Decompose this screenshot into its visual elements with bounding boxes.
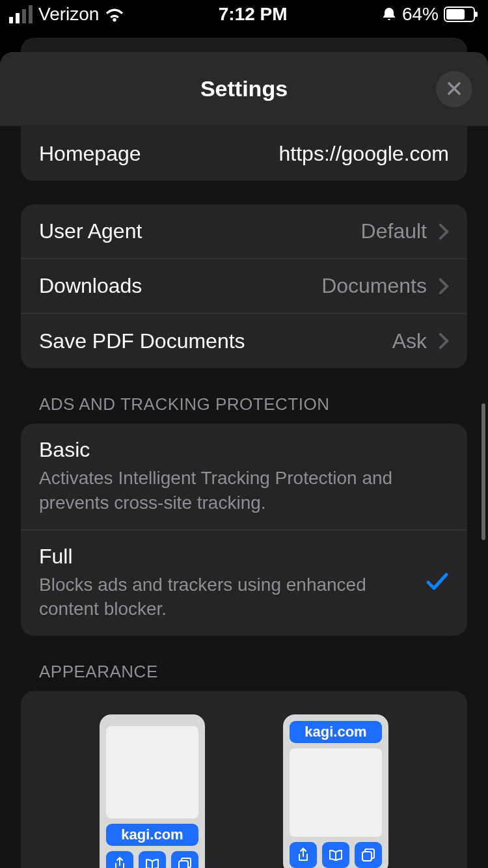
clock-label: 7:12 PM [219,4,288,25]
general-group-2: User Agent Default Downloads Documents S… [21,204,467,368]
status-bar: Verizon 7:12 PM 64% [0,0,488,29]
wifi-icon [105,7,124,22]
user-agent-row[interactable]: User Agent Default [21,204,467,259]
preview-content [290,748,382,837]
share-icon [290,842,317,868]
signal-strength-icon [9,5,33,23]
chevron-right-icon [439,223,449,240]
protection-section-header: ADS AND TRACKING PROTECTION [39,394,488,414]
book-icon [322,842,349,868]
downloads-row[interactable]: Downloads Documents [21,259,467,314]
save-pdf-row[interactable]: Save PDF Documents Ask [21,314,467,368]
status-right: 64% [381,4,475,25]
protection-basic-title: Basic [39,438,436,462]
scrollbar-thumb[interactable] [481,403,485,540]
preview-toolbar [106,851,198,868]
appearance-top-preview[interactable]: kagi.com [283,714,388,868]
chevron-right-icon [439,332,449,349]
share-icon [106,851,133,868]
downloads-value: Documents [142,274,427,298]
battery-icon [444,7,475,22]
battery-percent-label: 64% [402,4,439,25]
protection-basic-row[interactable]: Basic Activates Intelligent Tracking Pro… [21,424,467,530]
alarm-icon [381,7,397,22]
svg-rect-1 [362,852,372,861]
user-agent-label: User Agent [39,219,142,243]
protection-full-row[interactable]: Full Blocks ads and trackers using enhan… [21,530,467,636]
tabs-icon [355,842,382,868]
page-title: Settings [200,76,288,102]
preview-url-pill: kagi.com [290,721,382,743]
appearance-group: kagi.com kagi.com [21,691,467,868]
appearance-section-header: APPEARANCE [39,662,488,682]
sheet-header: Settings [0,52,488,126]
downloads-label: Downloads [39,274,142,298]
protection-group: Basic Activates Intelligent Tracking Pro… [21,424,467,636]
general-group-top: Homepage https://google.com [21,126,467,181]
close-icon [446,76,462,102]
preview-content [106,726,198,819]
settings-scroll-area[interactable]: Homepage https://google.com User Agent D… [0,126,488,868]
tabs-icon [171,851,198,868]
homepage-label: Homepage [39,142,141,166]
save-pdf-value: Ask [245,329,427,353]
carrier-label: Verizon [38,4,99,25]
status-left: Verizon [9,4,124,25]
chevron-right-icon [439,278,449,295]
homepage-value: https://google.com [141,142,449,166]
protection-basic-desc: Activates Intelligent Tracking Protectio… [39,466,436,515]
close-button[interactable] [436,71,472,107]
user-agent-value: Default [142,219,427,243]
svg-rect-0 [179,861,188,868]
book-icon [139,851,166,868]
protection-full-desc: Blocks ads and trackers using enhanced c… [39,573,407,622]
preview-url-pill: kagi.com [106,824,198,846]
homepage-row[interactable]: Homepage https://google.com [21,126,467,181]
settings-sheet: Settings Homepage https://google.com Use… [0,52,488,868]
checkmark-icon [420,568,449,597]
appearance-bottom-preview[interactable]: kagi.com [100,714,205,868]
protection-full-title: Full [39,545,407,569]
preview-toolbar [290,842,382,868]
save-pdf-label: Save PDF Documents [39,329,245,353]
